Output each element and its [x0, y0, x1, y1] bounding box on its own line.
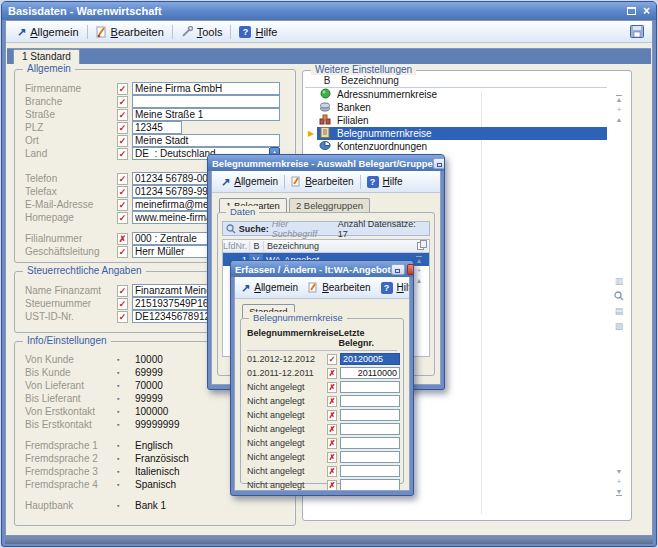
edit-check-icon: ✓	[117, 246, 128, 258]
filialen-icon	[319, 114, 331, 125]
scroll-up-icon[interactable]: ▲	[416, 277, 423, 284]
field-ort: Ort ✓	[25, 134, 287, 147]
search-bar[interactable]: Suche: Hier Suchbegriff Anzahl Datensätz…	[222, 221, 430, 236]
edit-cross-icon: ✗	[117, 233, 128, 245]
firmenname-input[interactable]	[132, 82, 280, 95]
tab-standard[interactable]: 1 Standard	[13, 49, 80, 64]
minimize-icon[interactable]	[391, 264, 405, 275]
window-title: Basisdaten - Warenwirtschaft	[8, 5, 162, 17]
info-row-hauptbank: Hauptbank▪Bank 1	[25, 499, 287, 512]
panel-row-adressnummernkreise[interactable]: Adressnummernkreise	[305, 88, 607, 101]
edit-page-icon	[308, 282, 318, 293]
tab-beleggruppen[interactable]: 2 Beleggruppen	[289, 198, 370, 212]
scroll-up-icon[interactable]: ▲	[616, 116, 623, 123]
field-label: Land	[25, 148, 117, 159]
main-tabstrip: 1 Standard	[7, 48, 651, 64]
edit-check-icon: ✓	[117, 122, 128, 134]
edit-check-icon: ✓	[117, 135, 128, 147]
search-icon[interactable]	[614, 291, 624, 301]
field-label: Homepage	[25, 212, 117, 223]
edit-cross-icon: ✗	[327, 480, 337, 491]
scroll-plus-icon[interactable]: +	[617, 106, 621, 113]
table-header: LfdNr. B Bezeichnung	[223, 240, 429, 253]
field-label: Ort	[25, 135, 117, 146]
edit-check-icon: ✓	[117, 109, 128, 121]
menu-allgemein[interactable]: ↗ Allgemein	[217, 174, 282, 189]
field-label: Branche	[25, 96, 117, 107]
letzte-belegnr-input-2012[interactable]	[340, 353, 400, 365]
edit-page-icon	[96, 26, 107, 38]
arrow-ne-icon: ↗	[17, 27, 26, 37]
scroll-down-icon[interactable]: ▼	[616, 468, 623, 475]
group-steuer-title: Steuerrechtliche Angaben	[23, 265, 146, 276]
banken-icon	[319, 101, 331, 112]
edit-cross-icon: ✗	[327, 466, 337, 477]
edit-check-icon: ✓	[327, 354, 337, 365]
plz-input[interactable]	[132, 121, 182, 134]
letzte-belegnr-input[interactable]	[340, 451, 400, 463]
selected-arrow-icon: ▶	[305, 127, 317, 140]
dialog1-titlebar: Belegnummernkreise - Auswahl Belegart/Gr…	[208, 155, 444, 171]
scroll-top-icon[interactable]: ▲	[616, 95, 623, 103]
close-icon[interactable]: ×	[407, 264, 413, 275]
menu-bearbeiten[interactable]: Bearbeiten	[287, 174, 357, 189]
scroll-bottom-icon[interactable]: ▼	[616, 488, 623, 496]
letzte-belegnr-input[interactable]	[340, 395, 400, 407]
restore-icon[interactable]	[627, 7, 636, 15]
panel-row-banken[interactable]: Banken	[305, 101, 607, 114]
scroll-top-icon[interactable]: ▲	[416, 256, 423, 264]
belegnr-row-empty: Nicht angelegt ✗	[247, 479, 397, 491]
minimize-icon[interactable]	[433, 158, 444, 169]
tools-icon	[181, 26, 193, 38]
edit-cross-icon: ✗	[327, 382, 337, 393]
bullet-icon: ▪	[117, 467, 135, 477]
list-icon[interactable]: ▤	[615, 306, 624, 316]
columns-icon[interactable]: ▥	[615, 276, 624, 286]
edit-cross-icon: ✗	[327, 410, 337, 421]
letzte-belegnr-input[interactable]	[340, 437, 400, 449]
scroll-rail-top[interactable]: ▲ + ▲	[610, 95, 628, 123]
letzte-belegnr-input[interactable]	[340, 479, 400, 491]
menu-hilfe[interactable]: ? Hilfe	[363, 174, 407, 190]
menu-bearbeiten[interactable]: Bearbeiten	[90, 24, 170, 40]
ort-input[interactable]	[132, 134, 280, 147]
scroll-rail-bottom[interactable]: ▼ + ▼	[610, 468, 628, 496]
panel-row-kontenzuordnungen[interactable]: Kontenzuordnungen	[305, 140, 607, 153]
belegnummernkreise-icon	[320, 127, 330, 138]
edit-cross-icon: ✗	[327, 368, 337, 379]
filter-icon[interactable]: ▧	[615, 321, 624, 331]
search-placeholder[interactable]: Hier Suchbegriff	[272, 219, 335, 239]
edit-check-icon: ✓	[117, 298, 128, 310]
save-button[interactable]	[627, 24, 647, 39]
letzte-belegnr-input[interactable]	[340, 409, 400, 421]
group-allgemein-title: Allgemein	[23, 63, 75, 74]
help-icon: ?	[367, 176, 379, 188]
menu-allgemein[interactable]: ↗ Allgemein	[237, 280, 302, 295]
menu-hilfe[interactable]: ? Hilfe	[377, 280, 410, 296]
bullet-icon: ▪	[117, 381, 135, 391]
dialog2-column-headers: Belegnummernkreise Letzte Belegnr.	[247, 328, 397, 351]
panel-row-filialen[interactable]: Filialen	[305, 114, 607, 127]
menu-allgemein[interactable]: ↗ Allgemein	[11, 24, 85, 40]
menu-bearbeiten[interactable]: Bearbeiten	[304, 280, 374, 295]
scroll-plus-icon[interactable]: +	[617, 478, 621, 485]
help-icon: ?	[239, 26, 251, 38]
column-divider	[481, 91, 482, 514]
belegnr-row-empty: Nicht angelegt ✗	[247, 437, 397, 449]
letzte-belegnr-input[interactable]	[340, 465, 400, 477]
letzte-belegnr-input-2011[interactable]	[340, 367, 400, 379]
menu-tools[interactable]: Tools	[175, 24, 229, 40]
belegnr-row-2011: 01.2011-12.2011 ✗	[247, 367, 397, 379]
kontenzuordnungen-icon	[319, 140, 331, 151]
branche-input[interactable]	[132, 95, 280, 108]
panel-tool-rail[interactable]: ▥ ▤ ▧	[610, 276, 628, 331]
grid-icon[interactable]	[417, 240, 427, 250]
letzte-belegnr-input[interactable]	[340, 381, 400, 393]
scroll-plus-icon[interactable]: +	[417, 267, 421, 274]
app-window: Basisdaten - Warenwirtschaft × ↗ Allgeme…	[1, 1, 657, 547]
menu-hilfe[interactable]: ? Hilfe	[233, 24, 283, 40]
close-icon[interactable]: ×	[643, 6, 650, 16]
letzte-belegnr-input[interactable]	[340, 423, 400, 435]
panel-row-belegnummernkreise[interactable]: ▶ Belegnummernkreise	[305, 127, 607, 140]
strasse-input[interactable]	[132, 108, 280, 121]
